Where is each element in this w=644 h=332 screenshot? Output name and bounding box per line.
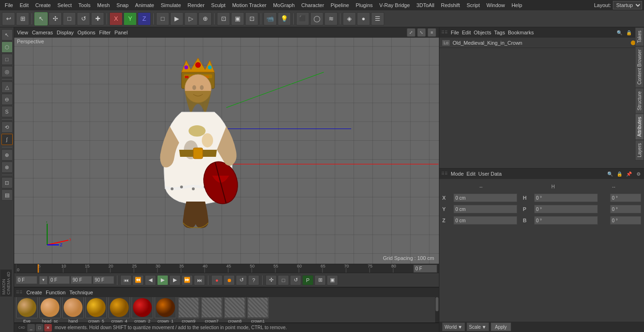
attr-x-pos[interactable] bbox=[454, 194, 517, 202]
menu-render[interactable]: Render bbox=[185, 1, 207, 9]
attr-p-rot[interactable] bbox=[534, 205, 598, 213]
left-tool-6[interactable]: S bbox=[1, 106, 13, 117]
tab-attributes[interactable]: Attributes bbox=[635, 113, 644, 140]
timeline-bar[interactable]: 0 5 10 15 20 25 30 35 bbox=[14, 264, 439, 273]
frame-view-button[interactable]: ▣ bbox=[327, 275, 338, 285]
vp-icon-expand[interactable]: ⤢ bbox=[407, 28, 415, 37]
render-region-button[interactable]: ⊡ bbox=[217, 12, 230, 25]
mat-item-crown4[interactable]: crown_4 bbox=[108, 297, 130, 323]
timeline-frame-display[interactable] bbox=[413, 265, 437, 273]
frame-end2-input[interactable] bbox=[93, 276, 114, 284]
menu-3dtoall[interactable]: 3DToAll bbox=[413, 1, 437, 9]
playback-mode-button[interactable]: P bbox=[302, 275, 314, 285]
rotate-tool-button[interactable]: ↺ bbox=[77, 12, 90, 25]
axis-z-button[interactable]: Z bbox=[138, 12, 151, 25]
vp-icon-settings[interactable]: ≡ bbox=[428, 28, 436, 37]
attr-sx[interactable] bbox=[610, 194, 641, 202]
material-scroll-thumb[interactable] bbox=[436, 297, 438, 311]
render-view-button[interactable]: ▣ bbox=[231, 12, 244, 25]
grid-mode-button[interactable]: ⊞ bbox=[314, 275, 326, 285]
vp-menu-options[interactable]: Options bbox=[77, 30, 95, 35]
object-mode-button[interactable]: □ bbox=[156, 12, 169, 25]
objects-lock-icon[interactable]: 🔒 bbox=[625, 29, 633, 36]
more-button[interactable]: ☰ bbox=[371, 12, 384, 25]
vp-menu-filter[interactable]: Filter bbox=[99, 30, 110, 35]
left-tool-2[interactable]: □ bbox=[1, 54, 13, 65]
mat-menu-function[interactable]: Function bbox=[46, 290, 66, 295]
menu-select[interactable]: Select bbox=[55, 1, 75, 9]
apply-button[interactable]: Apply bbox=[491, 323, 511, 331]
mat-item-hand[interactable]: hand bbox=[62, 297, 84, 323]
scale-dropdown[interactable]: Scale ▼ bbox=[467, 323, 489, 331]
left-tool-12[interactable]: ▤ bbox=[1, 189, 13, 201]
frame-step-down[interactable]: ▼ bbox=[39, 276, 48, 284]
mat-menu-create[interactable]: Create bbox=[26, 290, 42, 295]
undo-button[interactable]: ↩ bbox=[2, 12, 15, 25]
record-button[interactable]: ● bbox=[211, 275, 223, 285]
next-key-button[interactable]: ⏩ bbox=[182, 275, 193, 285]
attr-z-pos[interactable] bbox=[454, 216, 517, 225]
polygon-mode-button[interactable]: ▶ bbox=[170, 12, 183, 25]
vp-menu-panel[interactable]: Panel bbox=[115, 30, 128, 35]
layout-select[interactable]: Startup bbox=[613, 1, 642, 9]
grid-button[interactable]: ⊞ bbox=[16, 12, 29, 25]
attr-search-icon[interactable]: 🔍 bbox=[606, 170, 614, 178]
tab-takes[interactable]: Takes bbox=[635, 27, 644, 46]
rotate-mode-button[interactable]: ↺ bbox=[290, 275, 301, 285]
left-tool-5[interactable]: ⊖ bbox=[1, 94, 13, 105]
go-end-button[interactable]: ⏭ bbox=[194, 275, 205, 285]
menu-create[interactable]: Create bbox=[33, 1, 54, 9]
obj-item-king[interactable]: Lo Old_Medieval_King_in_Crown bbox=[439, 38, 644, 48]
point-mode-button[interactable]: ⊕ bbox=[198, 12, 212, 25]
left-tool-8[interactable]: ∫ bbox=[1, 134, 13, 145]
scale-tool-button[interactable]: □ bbox=[63, 12, 76, 25]
timeline-playhead[interactable] bbox=[38, 264, 39, 273]
status-icon-close[interactable]: ✕ bbox=[44, 324, 52, 332]
menu-animate[interactable]: Animate bbox=[132, 1, 157, 9]
vp-menu-display[interactable]: Display bbox=[57, 30, 74, 35]
world-dropdown[interactable]: World ▼ bbox=[442, 323, 465, 331]
status-icon-minimize[interactable]: _ bbox=[27, 324, 35, 332]
menu-motion-tracker[interactable]: Motion Tracker bbox=[229, 1, 269, 9]
objects-menu-objects[interactable]: Objects bbox=[474, 30, 491, 35]
left-tool-9[interactable]: ⊕ bbox=[1, 149, 13, 161]
attr-y-pos[interactable] bbox=[454, 205, 517, 213]
camera-button[interactable]: 📹 bbox=[264, 12, 277, 25]
edge-mode-button[interactable]: ▷ bbox=[184, 12, 198, 25]
left-tool-4[interactable]: △ bbox=[1, 81, 13, 93]
attr-menu-userdata[interactable]: User Data bbox=[479, 171, 502, 177]
vp-menu-cameras[interactable]: Cameras bbox=[32, 30, 53, 35]
material-scrollbar[interactable] bbox=[435, 297, 439, 323]
objects-menu-bookmarks[interactable]: Bookmarks bbox=[508, 30, 534, 35]
menu-mograph[interactable]: MoGraph bbox=[270, 1, 297, 9]
mat-item-crown9[interactable]: crown9 bbox=[178, 297, 199, 323]
attr-h-rot[interactable] bbox=[534, 194, 598, 202]
tab-layers[interactable]: Layers bbox=[635, 140, 644, 161]
left-tool-11[interactable]: ⊡ bbox=[1, 177, 13, 188]
mat-item-crown1[interactable]: crown_1 bbox=[155, 297, 176, 323]
prev-key-button[interactable]: ⏪ bbox=[132, 275, 144, 285]
vp-menu-view[interactable]: View bbox=[17, 30, 28, 35]
viewport[interactable]: View Cameras Display Options Filter Pane… bbox=[14, 27, 439, 264]
menu-redshift[interactable]: Redshift bbox=[438, 1, 462, 9]
menu-edit[interactable]: Edit bbox=[17, 1, 32, 9]
loop-button[interactable]: ↺ bbox=[236, 275, 247, 285]
axis-y-button[interactable]: Y bbox=[124, 12, 137, 25]
objects-menu-tags[interactable]: Tags bbox=[494, 30, 505, 35]
tab-content-browser[interactable]: Content Browser bbox=[635, 46, 644, 88]
left-tool-1[interactable]: ⬡ bbox=[1, 41, 13, 53]
menu-character[interactable]: Character bbox=[298, 1, 327, 9]
move-tool-button[interactable]: ✣ bbox=[49, 12, 62, 25]
menu-script[interactable]: Script bbox=[464, 1, 483, 9]
mat-item-crown2[interactable]: crown_2 bbox=[132, 297, 153, 323]
floor-button[interactable]: ⬛ bbox=[296, 12, 309, 25]
fog-button[interactable]: ≋ bbox=[324, 12, 338, 25]
menu-mesh[interactable]: Mesh bbox=[94, 1, 113, 9]
menu-simulate[interactable]: Simulate bbox=[158, 1, 184, 9]
move-mode-button[interactable]: ✣ bbox=[265, 275, 277, 285]
menu-plugins[interactable]: Plugins bbox=[353, 1, 375, 9]
menu-window[interactable]: Window bbox=[484, 1, 508, 9]
objects-search-icon[interactable]: 🔍 bbox=[616, 29, 623, 36]
frame-end-input[interactable] bbox=[71, 276, 92, 284]
left-tool-3[interactable]: ◎ bbox=[1, 66, 13, 77]
